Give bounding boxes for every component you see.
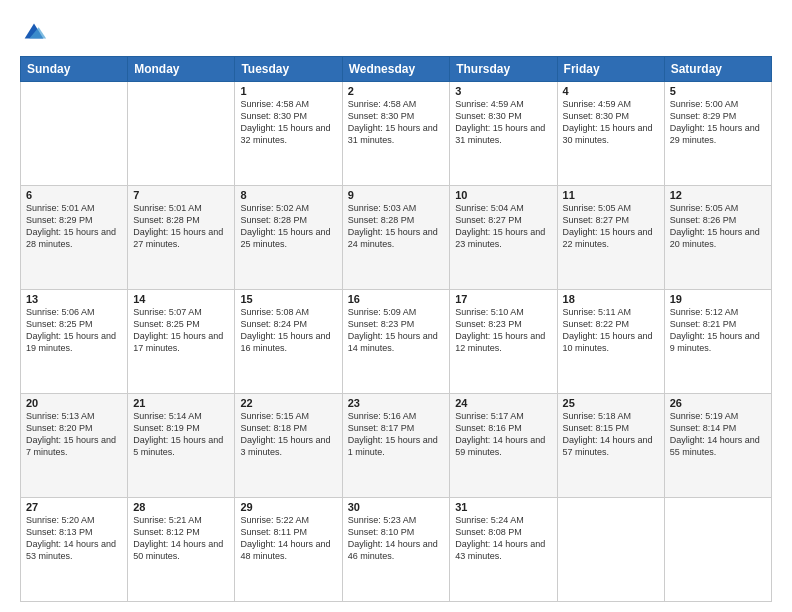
day-info: Sunrise: 5:13 AMSunset: 8:20 PMDaylight:… — [26, 410, 122, 459]
day-number: 20 — [26, 397, 122, 409]
day-info: Sunrise: 5:15 AMSunset: 8:18 PMDaylight:… — [240, 410, 336, 459]
day-info: Sunrise: 5:01 AMSunset: 8:29 PMDaylight:… — [26, 202, 122, 251]
day-info: Sunrise: 5:18 AMSunset: 8:15 PMDaylight:… — [563, 410, 659, 459]
day-info: Sunrise: 5:00 AMSunset: 8:29 PMDaylight:… — [670, 98, 766, 147]
day-number: 24 — [455, 397, 551, 409]
calendar-cell: 10Sunrise: 5:04 AMSunset: 8:27 PMDayligh… — [450, 186, 557, 290]
calendar-cell: 26Sunrise: 5:19 AMSunset: 8:14 PMDayligh… — [664, 394, 771, 498]
day-number: 2 — [348, 85, 445, 97]
day-info: Sunrise: 5:16 AMSunset: 8:17 PMDaylight:… — [348, 410, 445, 459]
day-info: Sunrise: 5:02 AMSunset: 8:28 PMDaylight:… — [240, 202, 336, 251]
day-number: 1 — [240, 85, 336, 97]
day-number: 3 — [455, 85, 551, 97]
day-number: 7 — [133, 189, 229, 201]
day-info: Sunrise: 4:58 AMSunset: 8:30 PMDaylight:… — [240, 98, 336, 147]
day-number: 31 — [455, 501, 551, 513]
day-number: 18 — [563, 293, 659, 305]
calendar-cell: 5Sunrise: 5:00 AMSunset: 8:29 PMDaylight… — [664, 82, 771, 186]
calendar-cell — [128, 82, 235, 186]
day-number: 23 — [348, 397, 445, 409]
day-number: 11 — [563, 189, 659, 201]
calendar-week-row: 6Sunrise: 5:01 AMSunset: 8:29 PMDaylight… — [21, 186, 772, 290]
logo-icon — [20, 18, 48, 46]
day-info: Sunrise: 5:21 AMSunset: 8:12 PMDaylight:… — [133, 514, 229, 563]
calendar-cell: 25Sunrise: 5:18 AMSunset: 8:15 PMDayligh… — [557, 394, 664, 498]
calendar-week-row: 13Sunrise: 5:06 AMSunset: 8:25 PMDayligh… — [21, 290, 772, 394]
calendar-cell: 27Sunrise: 5:20 AMSunset: 8:13 PMDayligh… — [21, 498, 128, 602]
calendar-cell: 6Sunrise: 5:01 AMSunset: 8:29 PMDaylight… — [21, 186, 128, 290]
calendar-cell: 8Sunrise: 5:02 AMSunset: 8:28 PMDaylight… — [235, 186, 342, 290]
day-info: Sunrise: 5:17 AMSunset: 8:16 PMDaylight:… — [455, 410, 551, 459]
calendar-cell: 14Sunrise: 5:07 AMSunset: 8:25 PMDayligh… — [128, 290, 235, 394]
page: SundayMondayTuesdayWednesdayThursdayFrid… — [0, 0, 792, 612]
day-info: Sunrise: 5:03 AMSunset: 8:28 PMDaylight:… — [348, 202, 445, 251]
day-number: 21 — [133, 397, 229, 409]
day-number: 12 — [670, 189, 766, 201]
day-info: Sunrise: 4:59 AMSunset: 8:30 PMDaylight:… — [455, 98, 551, 147]
calendar-week-row: 27Sunrise: 5:20 AMSunset: 8:13 PMDayligh… — [21, 498, 772, 602]
day-info: Sunrise: 4:59 AMSunset: 8:30 PMDaylight:… — [563, 98, 659, 147]
calendar-cell: 12Sunrise: 5:05 AMSunset: 8:26 PMDayligh… — [664, 186, 771, 290]
calendar-cell: 21Sunrise: 5:14 AMSunset: 8:19 PMDayligh… — [128, 394, 235, 498]
calendar-cell: 4Sunrise: 4:59 AMSunset: 8:30 PMDaylight… — [557, 82, 664, 186]
day-number: 10 — [455, 189, 551, 201]
day-number: 9 — [348, 189, 445, 201]
day-number: 6 — [26, 189, 122, 201]
day-number: 25 — [563, 397, 659, 409]
day-number: 17 — [455, 293, 551, 305]
calendar-week-row: 20Sunrise: 5:13 AMSunset: 8:20 PMDayligh… — [21, 394, 772, 498]
day-number: 28 — [133, 501, 229, 513]
day-info: Sunrise: 5:23 AMSunset: 8:10 PMDaylight:… — [348, 514, 445, 563]
day-number: 15 — [240, 293, 336, 305]
day-info: Sunrise: 5:04 AMSunset: 8:27 PMDaylight:… — [455, 202, 551, 251]
day-info: Sunrise: 5:09 AMSunset: 8:23 PMDaylight:… — [348, 306, 445, 355]
calendar-header-saturday: Saturday — [664, 57, 771, 82]
day-number: 5 — [670, 85, 766, 97]
day-number: 19 — [670, 293, 766, 305]
calendar-cell: 31Sunrise: 5:24 AMSunset: 8:08 PMDayligh… — [450, 498, 557, 602]
day-info: Sunrise: 5:11 AMSunset: 8:22 PMDaylight:… — [563, 306, 659, 355]
day-number: 14 — [133, 293, 229, 305]
day-info: Sunrise: 5:08 AMSunset: 8:24 PMDaylight:… — [240, 306, 336, 355]
calendar-cell — [664, 498, 771, 602]
calendar-cell — [557, 498, 664, 602]
calendar-cell: 18Sunrise: 5:11 AMSunset: 8:22 PMDayligh… — [557, 290, 664, 394]
calendar-table: SundayMondayTuesdayWednesdayThursdayFrid… — [20, 56, 772, 602]
calendar-cell: 13Sunrise: 5:06 AMSunset: 8:25 PMDayligh… — [21, 290, 128, 394]
day-info: Sunrise: 5:10 AMSunset: 8:23 PMDaylight:… — [455, 306, 551, 355]
calendar-header-sunday: Sunday — [21, 57, 128, 82]
calendar-cell: 9Sunrise: 5:03 AMSunset: 8:28 PMDaylight… — [342, 186, 450, 290]
calendar-header-friday: Friday — [557, 57, 664, 82]
calendar-cell: 23Sunrise: 5:16 AMSunset: 8:17 PMDayligh… — [342, 394, 450, 498]
day-number: 26 — [670, 397, 766, 409]
day-info: Sunrise: 5:06 AMSunset: 8:25 PMDaylight:… — [26, 306, 122, 355]
calendar-header-monday: Monday — [128, 57, 235, 82]
day-info: Sunrise: 5:14 AMSunset: 8:19 PMDaylight:… — [133, 410, 229, 459]
calendar-cell: 2Sunrise: 4:58 AMSunset: 8:30 PMDaylight… — [342, 82, 450, 186]
calendar-cell: 28Sunrise: 5:21 AMSunset: 8:12 PMDayligh… — [128, 498, 235, 602]
day-info: Sunrise: 5:12 AMSunset: 8:21 PMDaylight:… — [670, 306, 766, 355]
day-info: Sunrise: 5:01 AMSunset: 8:28 PMDaylight:… — [133, 202, 229, 251]
day-number: 16 — [348, 293, 445, 305]
calendar-cell: 7Sunrise: 5:01 AMSunset: 8:28 PMDaylight… — [128, 186, 235, 290]
calendar-cell: 15Sunrise: 5:08 AMSunset: 8:24 PMDayligh… — [235, 290, 342, 394]
calendar-cell: 19Sunrise: 5:12 AMSunset: 8:21 PMDayligh… — [664, 290, 771, 394]
day-number: 13 — [26, 293, 122, 305]
calendar-cell — [21, 82, 128, 186]
day-info: Sunrise: 5:05 AMSunset: 8:27 PMDaylight:… — [563, 202, 659, 251]
calendar-cell: 29Sunrise: 5:22 AMSunset: 8:11 PMDayligh… — [235, 498, 342, 602]
calendar-header-thursday: Thursday — [450, 57, 557, 82]
calendar-header-row: SundayMondayTuesdayWednesdayThursdayFrid… — [21, 57, 772, 82]
calendar-cell: 30Sunrise: 5:23 AMSunset: 8:10 PMDayligh… — [342, 498, 450, 602]
calendar-cell: 24Sunrise: 5:17 AMSunset: 8:16 PMDayligh… — [450, 394, 557, 498]
day-info: Sunrise: 5:20 AMSunset: 8:13 PMDaylight:… — [26, 514, 122, 563]
day-info: Sunrise: 5:24 AMSunset: 8:08 PMDaylight:… — [455, 514, 551, 563]
calendar-cell: 1Sunrise: 4:58 AMSunset: 8:30 PMDaylight… — [235, 82, 342, 186]
day-info: Sunrise: 4:58 AMSunset: 8:30 PMDaylight:… — [348, 98, 445, 147]
day-number: 8 — [240, 189, 336, 201]
logo — [20, 18, 51, 46]
calendar-cell: 20Sunrise: 5:13 AMSunset: 8:20 PMDayligh… — [21, 394, 128, 498]
calendar-week-row: 1Sunrise: 4:58 AMSunset: 8:30 PMDaylight… — [21, 82, 772, 186]
day-info: Sunrise: 5:19 AMSunset: 8:14 PMDaylight:… — [670, 410, 766, 459]
day-number: 4 — [563, 85, 659, 97]
